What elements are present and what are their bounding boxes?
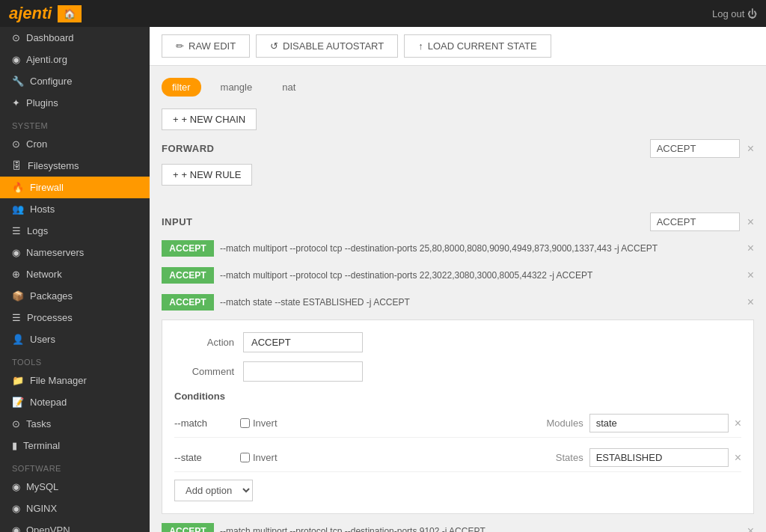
plus-icon: + [173, 169, 179, 180]
input-policy-input[interactable] [650, 213, 740, 231]
forward-chain-close-icon[interactable]: × [747, 142, 754, 156]
dashboard-icon: ⊙ [12, 32, 20, 43]
conditions-title: Conditions [174, 391, 741, 402]
sidebar-item-notepad[interactable]: 📝 Notepad [0, 391, 150, 413]
forward-policy-input[interactable] [650, 139, 740, 158]
topbar-right: Log out ⏻ [712, 8, 757, 19]
condition-state: --state Invert States × [174, 444, 741, 472]
sidebar-item-label: Notepad [30, 397, 67, 408]
sidebar-item-mysql[interactable]: ◉ MySQL [0, 476, 150, 498]
topbar: ajenti 🏠 Log out ⏻ [0, 0, 766, 27]
rule-close-icon[interactable]: × [747, 269, 754, 282]
sidebar-item-ajenti-org[interactable]: ◉ Ajenti.org [0, 49, 150, 70]
home-button[interactable]: 🏠 [58, 5, 82, 22]
state-invert-checkbox[interactable] [240, 453, 250, 462]
match-invert-check: Invert [240, 418, 278, 429]
sidebar-item-label: Network [26, 269, 62, 280]
table-row: ACCEPT --match state --state ESTABLISHED… [162, 291, 754, 314]
edit-icon: ✏ [176, 40, 184, 52]
rule-action-badge[interactable]: ACCEPT [162, 294, 214, 311]
sidebar-item-file-manager[interactable]: 📁 File Manager [0, 370, 150, 391]
plus-icon: + [173, 114, 179, 125]
tasks-icon: ⊙ [12, 418, 20, 429]
power-icon: ⏻ [747, 8, 757, 19]
sidebar-item-plugins[interactable]: ✦ Plugins [0, 92, 150, 114]
rule-close-icon[interactable]: × [747, 525, 754, 532]
sidebar-item-firewall[interactable]: 🔥 Firewall [0, 177, 150, 198]
sidebar-item-packages[interactable]: 📦 Packages [0, 285, 150, 307]
raw-edit-button[interactable]: ✏ RAW EDIT [162, 34, 250, 58]
sidebar-item-hosts[interactable]: 👥 Hosts [0, 198, 150, 220]
forward-chain-policy: × [650, 139, 754, 158]
firewall-icon: 🔥 [12, 182, 24, 193]
modules-label: Modules [547, 418, 583, 429]
logout-button[interactable]: Log out ⏻ [712, 8, 757, 19]
rule-action-badge[interactable]: ACCEPT [162, 523, 214, 532]
tab-filter[interactable]: filter [162, 78, 201, 97]
input-chain-header: INPUT × [162, 213, 754, 231]
load-current-state-button[interactable]: ↑ LOAD CURRENT STATE [404, 34, 551, 58]
disable-autostart-button[interactable]: ↺ DISABLE AUTOSTART [256, 34, 398, 58]
states-input[interactable] [589, 448, 729, 467]
match-condition-close-icon[interactable]: × [735, 417, 741, 430]
input-chain: INPUT × ACCEPT --match multiport --proto… [162, 213, 754, 532]
sidebar-item-openvpn[interactable]: ◉ OpenVPN [0, 519, 150, 532]
sidebar-item-logs[interactable]: ☰ Logs [0, 220, 150, 242]
sidebar-item-tasks[interactable]: ⊙ Tasks [0, 413, 150, 435]
network-icon: ⊕ [12, 269, 20, 280]
sidebar-item-nameservers[interactable]: ◉ Nameservers [0, 242, 150, 263]
input-chain-policy: × [650, 213, 754, 231]
state-invert-check: Invert [240, 452, 278, 463]
sidebar-item-nginx[interactable]: ◉ NGINX [0, 498, 150, 519]
add-option-select[interactable]: Add option [174, 480, 253, 501]
sidebar-item-network[interactable]: ⊕ Network [0, 263, 150, 285]
modules-input[interactable] [589, 414, 729, 432]
content-area: filter mangle nat + + NEW CHAIN FORWARD [150, 66, 766, 532]
condition-state-right: States × [556, 448, 741, 467]
nameservers-icon: ◉ [12, 247, 20, 258]
users-icon: 👤 [12, 334, 24, 345]
new-chain-button[interactable]: + + NEW CHAIN [162, 108, 257, 130]
rule-close-icon[interactable]: × [747, 242, 754, 255]
sidebar-item-processes[interactable]: ☰ Processes [0, 307, 150, 328]
upload-icon: ↑ [418, 40, 423, 52]
sidebar-item-label: Users [30, 334, 55, 345]
rule-action-badge[interactable]: ACCEPT [162, 267, 214, 284]
sidebar-item-configure[interactable]: 🔧 Configure [0, 70, 150, 92]
action-input[interactable] [243, 332, 363, 352]
plugins-icon: ✦ [12, 97, 20, 108]
terminal-icon: ▮ [12, 440, 17, 451]
sidebar-item-label: Dashboard [26, 32, 74, 43]
sidebar-item-cron[interactable]: ⊙ Cron [0, 133, 150, 155]
mysql-icon: ◉ [12, 481, 20, 492]
state-condition-close-icon[interactable]: × [735, 451, 741, 465]
sidebar-item-label: Ajenti.org [26, 54, 67, 65]
sidebar-item-terminal[interactable]: ▮ Terminal [0, 435, 150, 456]
sidebar-item-dashboard[interactable]: ⊙ Dashboard [0, 27, 150, 49]
toolbar: ✏ RAW EDIT ↺ DISABLE AUTOSTART ↑ LOAD CU… [150, 27, 766, 66]
tab-mangle[interactable]: mangle [210, 78, 263, 97]
brand: ajenti 🏠 [9, 4, 82, 23]
sidebar-item-label: File Manager [30, 375, 87, 386]
logs-icon: ☰ [12, 225, 21, 236]
comment-input[interactable] [243, 361, 363, 382]
rule-text: --match multiport --protocol tcp --desti… [220, 526, 741, 532]
packages-icon: 📦 [12, 290, 24, 302]
tab-nat[interactable]: nat [272, 78, 306, 97]
rule-action-badge[interactable]: ACCEPT [162, 240, 214, 257]
input-chain-close-icon[interactable]: × [747, 215, 754, 229]
rule-close-icon[interactable]: × [747, 296, 754, 309]
table-row: ACCEPT --match multiport --protocol tcp … [162, 237, 754, 260]
processes-icon: ☰ [12, 312, 21, 323]
condition-match-right: Modules × [547, 414, 741, 432]
state-invert-label: Invert [253, 452, 278, 463]
match-invert-label: Invert [253, 418, 278, 429]
sidebar-item-label: Packages [30, 290, 73, 302]
sidebar-item-filesystems[interactable]: 🗄 Filesystems [0, 155, 150, 177]
sidebar-item-users[interactable]: 👤 Users [0, 328, 150, 350]
new-rule-button[interactable]: + + NEW RULE [162, 164, 252, 186]
table-row: ACCEPT --match multiport --protocol tcp … [162, 264, 754, 287]
match-invert-checkbox[interactable] [240, 418, 250, 428]
sidebar-item-label: Firewall [30, 182, 64, 193]
cron-icon: ⊙ [12, 138, 20, 150]
